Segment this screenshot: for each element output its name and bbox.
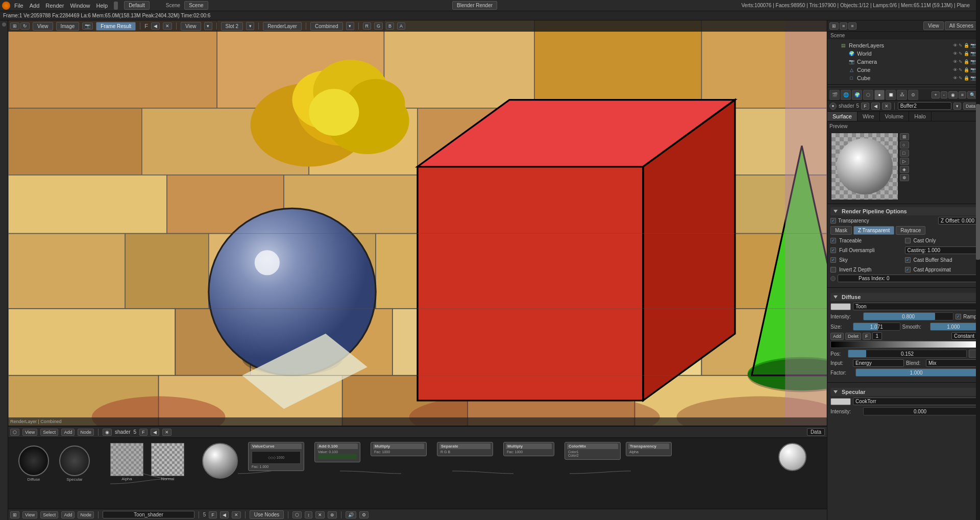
channel-b[interactable]: B [386, 22, 394, 30]
image-menu[interactable]: Image [56, 22, 80, 31]
shader-icon[interactable]: ● [829, 103, 837, 110]
diffuse-header[interactable]: Diffuse [830, 293, 977, 301]
tab-surface[interactable]: Surface [827, 112, 857, 121]
cam-ctrl3[interactable]: 🔒 [964, 59, 969, 64]
ramp-f[interactable]: F [863, 333, 871, 340]
node-box-4[interactable]: Separate R G B [437, 442, 493, 456]
mat-browse[interactable]: ▾ [953, 103, 961, 110]
prop-icon-physics[interactable]: ⚙ [908, 90, 918, 100]
cube-ctrl2[interactable]: ✎ [959, 76, 963, 81]
transparency-checkbox[interactable] [830, 218, 836, 224]
render-pipeline-header[interactable]: Render Pipeline Options [830, 207, 977, 215]
cam-ctrl1[interactable]: 👁 [953, 59, 958, 64]
footer-icon6[interactable]: ⚙ [359, 511, 369, 518]
specular-color[interactable] [830, 398, 851, 405]
menu-file[interactable]: File [14, 3, 23, 9]
footer-add[interactable]: Add [61, 511, 75, 518]
prop-icon-scene[interactable]: 🌐 [841, 90, 851, 100]
props-ctrl2[interactable]: - [941, 91, 947, 98]
footer-icon4[interactable]: ⊕ [328, 511, 337, 518]
prev-ctrl1[interactable]: ⊞ [900, 133, 909, 140]
viewport[interactable]: ⊞ ↻ View Image 📷 Frame Result F ◀ ✕ View… [8, 20, 827, 426]
cam-ctrl2[interactable]: ✎ [959, 59, 963, 64]
spec-intensity-slider[interactable]: 0.000 [863, 407, 977, 415]
pass-index-field[interactable]: Pass Index: 0 [838, 275, 977, 282]
w-ctrl2[interactable]: ✎ [959, 51, 963, 56]
blend-field[interactable]: Mix [926, 359, 977, 367]
ramp-checkbox[interactable] [955, 314, 961, 319]
sky-cb[interactable] [830, 257, 836, 263]
menu-window[interactable]: Window [70, 3, 90, 9]
channel-r[interactable]: R [363, 22, 372, 30]
footer-prev[interactable]: ◀ [220, 511, 229, 518]
node-header-icon[interactable]: ⬡ [10, 429, 19, 436]
layout-dropdown[interactable]: Default [124, 1, 150, 10]
props-ctrl3[interactable]: ◉ [948, 91, 958, 98]
cone-ctrl1[interactable]: 👁 [953, 67, 958, 72]
use-nodes-btn[interactable]: Use Nodes [250, 510, 284, 519]
props-ctrl4[interactable]: ≡ [959, 91, 966, 98]
scene-tree-item-cone[interactable]: △ Cone 👁 ✎ 🔒 📷 [827, 66, 980, 74]
viewport-sync[interactable]: ↻ [20, 22, 30, 30]
slot-btn[interactable]: Slot 2 [221, 22, 243, 31]
f-next[interactable]: ✕ [163, 22, 172, 30]
specular-shader-field[interactable]: CookTorr [853, 398, 977, 405]
f-prev[interactable]: ◀ [151, 22, 160, 30]
diffuse-color-swatch[interactable] [830, 303, 851, 310]
footer-icon2[interactable]: ↕ [305, 511, 312, 518]
casting-field[interactable]: Casting: 1.000 [905, 246, 977, 254]
intensity-slider[interactable]: 0.800 [863, 312, 953, 320]
footer-view[interactable]: View [22, 511, 37, 518]
traceable-cb[interactable] [830, 238, 836, 243]
footer-f[interactable]: F [209, 511, 217, 518]
node-add[interactable]: Add [61, 429, 75, 436]
w-ctrl1[interactable]: 👁 [953, 51, 958, 56]
w-ctrl3[interactable]: 🔒 [964, 51, 969, 56]
node-shader-icon[interactable]: ◉ [103, 429, 112, 436]
w-ctrl4[interactable]: 📷 [970, 51, 976, 56]
rt-all-scenes[interactable]: All Scenes [945, 21, 978, 30]
node-node[interactable]: Node [78, 429, 94, 436]
prev-ctrl4[interactable]: ▷ [900, 158, 909, 165]
raytrace-btn[interactable]: Raytrace [896, 226, 925, 235]
full-oversample-cb[interactable] [830, 247, 836, 253]
rl-ctrl2[interactable]: ✎ [959, 43, 963, 48]
prev-ctrl3[interactable]: □ [900, 150, 909, 157]
combined-dropdown[interactable]: ▾ [346, 22, 354, 30]
node-del-frame[interactable]: ✕ [162, 429, 172, 436]
tab-volume[interactable]: Volume [880, 112, 910, 121]
menu-add[interactable]: Add [30, 3, 40, 9]
cube-ctrl3[interactable]: 🔒 [964, 76, 969, 81]
node-select[interactable]: Select [40, 429, 58, 436]
cube-ctrl4[interactable]: 📷 [970, 76, 976, 81]
node-box-5[interactable]: Multiply Fac: 1000 [503, 442, 554, 456]
node-prev-frame[interactable]: ◀ [151, 429, 159, 436]
view-menu[interactable]: View [33, 22, 53, 31]
prop-icon-particles[interactable]: ⁂ [897, 90, 907, 100]
node-data-type[interactable]: Data [807, 428, 825, 436]
menu-render[interactable]: Render [45, 3, 64, 9]
engine-selector[interactable]: Blender Render [452, 1, 497, 10]
viewport-mode-icon[interactable]: ⊞ [10, 22, 19, 30]
size-slider[interactable]: 1.071 [853, 323, 900, 331]
diffuse-shader-field[interactable]: Toon [853, 303, 977, 310]
cube-ctrl1[interactable]: 👁 [953, 76, 958, 81]
ramp-delet[interactable]: Delet [845, 333, 861, 340]
prop-icon-world[interactable]: 🌍 [852, 90, 862, 100]
img-icon[interactable]: 📷 [82, 22, 93, 30]
node-box-1[interactable]: ValueCurve ◇◇◇ 1000 Fac: 1.000 [248, 442, 304, 471]
input-field[interactable]: Energy [853, 359, 904, 367]
right-panel-scrollbar[interactable] [976, 20, 980, 520]
rl-ctrl4[interactable]: 📷 [970, 43, 976, 48]
menu-help[interactable]: Help [96, 3, 108, 9]
props-ctrl1[interactable]: + [932, 91, 939, 98]
footer-select[interactable]: Select [40, 511, 58, 518]
view-dropdown[interactable]: View [181, 22, 201, 31]
channel-a[interactable]: A [397, 22, 405, 30]
scene-tree-item-world[interactable]: 🌍 World 👁 ✎ 🔒 📷 [827, 49, 980, 58]
footer-icon3[interactable]: ✕ [315, 511, 325, 518]
node-box-2[interactable]: Add 0.100 Value: 0.100 [314, 442, 360, 462]
node-view[interactable]: View [22, 429, 37, 436]
prop-icon-material[interactable]: ● [874, 90, 885, 100]
rt-view[interactable]: View [923, 21, 944, 30]
